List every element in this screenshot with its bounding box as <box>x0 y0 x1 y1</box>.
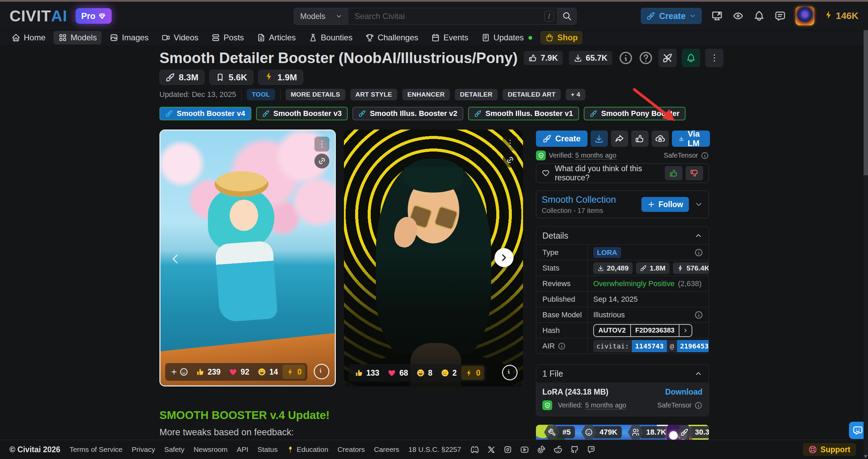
nav-item-models[interactable]: Models <box>54 31 101 44</box>
image-resource-link-button[interactable] <box>314 154 329 168</box>
downloads-badge[interactable]: 65.7K <box>569 51 612 65</box>
info-circle-icon[interactable] <box>701 152 709 160</box>
civitai-logo[interactable]: CIVITAI <box>9 7 67 25</box>
search-input[interactable] <box>348 8 544 24</box>
tag[interactable]: ENHANCER <box>402 89 450 100</box>
browsing-level-eye-icon[interactable] <box>732 10 744 22</box>
generation-toggle-button[interactable] <box>658 49 677 67</box>
footer-link-2257[interactable]: 18 U.S.C. §2257 <box>408 445 461 454</box>
file-header[interactable]: 1 File <box>536 365 709 382</box>
info-circle-icon[interactable] <box>618 51 633 65</box>
tag[interactable]: DETAILER <box>455 89 498 100</box>
reaction-zap[interactable]: 0 <box>461 366 484 380</box>
chat-icon[interactable] <box>774 10 786 22</box>
reaction-heart[interactable]: 68 <box>384 366 412 380</box>
image-menu-button[interactable] <box>503 136 518 151</box>
carousel-next-button[interactable] <box>495 248 514 267</box>
verified-time[interactable]: 5 months ago <box>575 152 616 159</box>
follow-button[interactable]: Follow <box>641 197 689 212</box>
search-category-select[interactable]: Models <box>294 8 348 24</box>
download-button[interactable] <box>591 131 608 147</box>
hash-next-button[interactable] <box>679 325 692 336</box>
x-icon[interactable] <box>487 445 496 454</box>
footer-link-privacy[interactable]: Privacy <box>132 445 155 454</box>
reddit-icon[interactable] <box>554 445 562 454</box>
tag[interactable]: ART STYLE <box>350 89 397 100</box>
github-icon[interactable] <box>570 445 579 454</box>
gallery-card-1[interactable]: 239 92 14 0 <box>159 129 336 386</box>
buzz-balance[interactable]: 146K <box>824 10 859 22</box>
file-download-link[interactable]: Download <box>665 387 702 397</box>
nav-item-articles[interactable]: Articles <box>252 31 301 44</box>
footer-link-safety[interactable]: Safety <box>164 445 185 454</box>
more-options-button[interactable] <box>705 49 724 67</box>
image-resource-link-button[interactable] <box>503 153 518 167</box>
nav-item-events[interactable]: Events <box>426 31 473 44</box>
reaction-laugh[interactable]: 14 <box>254 365 282 379</box>
info-circle-icon[interactable] <box>694 248 703 257</box>
bookmarks-stat[interactable]: 5.6K <box>209 70 253 85</box>
image-menu-button[interactable] <box>314 137 329 152</box>
collection-link[interactable]: Smooth Collection <box>542 195 616 205</box>
instagram-icon[interactable] <box>503 445 512 454</box>
nav-item-images[interactable]: Images <box>105 31 153 44</box>
reaction-thumb[interactable]: 133 <box>351 366 383 380</box>
feedback-thumb-up-button[interactable] <box>665 166 682 180</box>
pro-badge[interactable]: Pro <box>76 8 112 24</box>
footer-link-terms[interactable]: Terms of Service <box>70 445 122 454</box>
type-badge[interactable]: LORA <box>593 247 621 258</box>
generated-images-stat[interactable]: 8.3M <box>159 70 205 85</box>
image-info-button[interactable] <box>502 365 518 380</box>
energy-stat[interactable]: 1.9M <box>258 70 303 85</box>
reaction-heart[interactable]: 92 <box>225 365 253 379</box>
discord-icon[interactable] <box>470 445 479 454</box>
version-smooth-booster-v4[interactable]: Smooth Booster v4 <box>159 107 251 120</box>
reaction-cry[interactable]: 2 <box>437 366 461 380</box>
feedback-thumb-down-button[interactable] <box>686 166 703 180</box>
creator-banner[interactable]: #5 479K 18.7K 30.3M <box>536 425 709 440</box>
support-button[interactable]: Support <box>803 443 856 456</box>
nav-item-challenges[interactable]: Challenges <box>361 31 423 44</box>
tag-tool[interactable]: TOOL <box>247 89 275 100</box>
verified-time[interactable]: 5 months ago <box>585 401 626 409</box>
nav-item-bounties[interactable]: Bounties <box>304 31 357 44</box>
version-smooth-pony-booster[interactable]: Smooth Pony Booster <box>584 107 686 120</box>
header-create-button[interactable]: Create <box>641 8 702 24</box>
nav-item-shop[interactable]: Shop <box>540 31 582 44</box>
footer-link-status[interactable]: Status <box>257 445 278 454</box>
footer-link-careers[interactable]: Careers <box>374 445 399 454</box>
hash-pill[interactable]: AUTOV2 F2D9236383 <box>593 324 692 337</box>
help-circle-icon[interactable] <box>638 51 653 65</box>
reaction-thumb[interactable]: 239 <box>192 365 224 379</box>
vault-button[interactable] <box>652 131 669 147</box>
air-identifier[interactable]: civitai: 1145743 @ 2196453 <box>593 340 709 352</box>
reaction-zap[interactable]: 0 <box>283 365 306 379</box>
user-avatar[interactable] <box>795 6 814 25</box>
likes-badge[interactable]: 7.9K <box>524 51 563 65</box>
reaction-laugh[interactable]: 8 <box>412 366 436 380</box>
footer-link-creators[interactable]: Creators <box>337 445 365 454</box>
tag[interactable]: DETAILED ART <box>503 89 561 100</box>
carousel-prev-button[interactable] <box>168 252 182 266</box>
reviews-rating-link[interactable]: Overwhelmingly Positive <box>593 279 675 288</box>
via-lm-button[interactable]: Via LM <box>672 131 710 147</box>
tag[interactable]: MORE DETAILS <box>286 89 345 100</box>
tiktok-icon[interactable] <box>537 445 546 454</box>
search-button[interactable] <box>557 8 576 24</box>
image-info-button[interactable] <box>314 364 329 379</box>
collection-expand-button[interactable] <box>694 200 703 209</box>
footer-link-education[interactable]: Education <box>287 445 328 454</box>
version-smooth-booster-v3[interactable]: Smooth Booster v3 <box>256 107 348 120</box>
tags-more-button[interactable]: + 4 <box>566 89 585 100</box>
notify-button[interactable] <box>682 49 700 67</box>
info-circle-icon[interactable] <box>558 342 566 350</box>
info-circle-icon[interactable] <box>694 311 703 319</box>
details-header[interactable]: Details <box>536 227 709 244</box>
nav-item-posts[interactable]: Posts <box>207 31 249 44</box>
version-smooth-illus-booster-v2[interactable]: Smooth Illus. Booster v2 <box>352 107 463 120</box>
youtube-icon[interactable] <box>520 445 529 454</box>
footer-link-newsroom[interactable]: Newsroom <box>194 445 228 454</box>
twitch-icon[interactable] <box>587 445 596 454</box>
nav-item-updates[interactable]: Updates <box>477 31 537 44</box>
scrollbar-thumb[interactable] <box>864 30 868 175</box>
